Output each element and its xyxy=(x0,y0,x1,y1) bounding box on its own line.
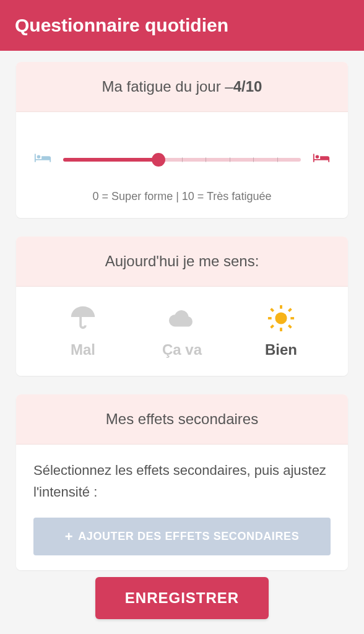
side-effects-instruction: Sélectionnez les effets secondaires, pui… xyxy=(33,459,331,503)
svg-rect-3 xyxy=(268,317,272,319)
mood-card-body: Mal Ça va Bien xyxy=(16,287,348,376)
side-effects-card-header: Mes effets secondaires xyxy=(16,394,348,445)
side-effects-card-body: Sélectionnez les effets secondaires, pui… xyxy=(16,445,348,570)
cloud-icon xyxy=(168,304,196,335)
mood-option-mal[interactable]: Mal xyxy=(33,304,132,358)
mood-card-header: Aujourd'hui je me sens: xyxy=(16,237,348,287)
add-side-effects-label: AJOUTER DES EFFETS SECONDAIRES xyxy=(78,530,299,543)
save-button[interactable]: ENREGISTRER xyxy=(95,577,269,619)
svg-rect-4 xyxy=(290,317,294,319)
svg-rect-6 xyxy=(288,324,292,329)
fatigue-title-prefix: Ma fatigue du jour – xyxy=(102,78,233,95)
mood-card: Aujourd'hui je me sens: Mal Ça va xyxy=(16,237,348,376)
svg-rect-1 xyxy=(280,305,282,309)
fatigue-hint: 0 = Super forme | 10 = Très fatiguée xyxy=(33,190,331,203)
mood-option-bien[interactable]: Bien xyxy=(232,304,331,358)
add-side-effects-button[interactable]: + AJOUTER DES EFFETS SECONDAIRES xyxy=(33,518,331,555)
app-header: Questionnaire quotidien xyxy=(0,0,364,51)
fatigue-card-header: Ma fatigue du jour –4/10 xyxy=(16,62,348,112)
fatigue-slider[interactable] xyxy=(63,158,301,162)
fatigue-value: 4/10 xyxy=(233,78,262,95)
mood-label: Ça va xyxy=(162,341,202,358)
svg-rect-7 xyxy=(288,308,292,312)
content-area: Ma fatigue du jour –4/10 xyxy=(0,51,364,634)
page-title: Questionnaire quotidien xyxy=(15,15,228,35)
sun-icon xyxy=(267,304,295,335)
mood-label: Mal xyxy=(71,341,95,358)
mood-options: Mal Ça va Bien xyxy=(33,302,331,361)
footer-bar: ENREGISTRER xyxy=(0,577,364,634)
save-label: ENREGISTRER xyxy=(125,589,239,606)
fatigue-card-body: 0 = Super forme | 10 = Très fatiguée xyxy=(16,112,348,218)
umbrella-icon xyxy=(69,304,97,335)
side-effects-card: Mes effets secondaires Sélectionnez les … xyxy=(16,394,348,570)
mood-label: Bien xyxy=(265,341,297,358)
svg-rect-5 xyxy=(270,308,274,312)
bed-icon-left xyxy=(33,152,52,168)
svg-rect-2 xyxy=(280,328,282,331)
bed-icon-right xyxy=(312,152,331,168)
fatigue-slider-row xyxy=(33,152,331,168)
fatigue-card: Ma fatigue du jour –4/10 xyxy=(16,62,348,218)
mood-option-cava[interactable]: Ça va xyxy=(132,304,232,358)
fatigue-slider-thumb[interactable] xyxy=(152,153,165,167)
svg-point-0 xyxy=(275,312,287,324)
svg-rect-8 xyxy=(270,324,274,329)
